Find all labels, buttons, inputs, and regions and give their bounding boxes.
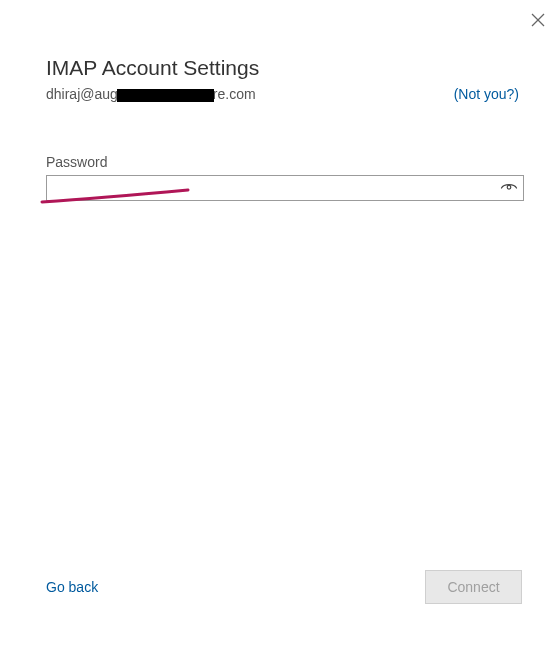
account-email: dhiraj@augre.com [46,86,256,102]
password-section: Password [46,154,519,201]
dialog-footer: Go back Connect [46,570,522,604]
email-suffix: re.com [213,86,256,102]
eye-icon [500,179,518,197]
redacted-segment [117,89,214,102]
connect-button[interactable]: Connect [425,570,522,604]
password-label: Password [46,154,519,170]
close-icon [531,13,545,27]
dialog-title: IMAP Account Settings [46,56,519,80]
svg-point-2 [507,185,511,189]
close-button[interactable] [528,10,548,30]
not-you-link[interactable]: (Not you?) [454,86,519,102]
password-input[interactable] [46,175,524,201]
email-row: dhiraj@augre.com (Not you?) [46,86,519,102]
password-input-wrap [46,175,524,201]
reveal-password-button[interactable] [498,177,520,199]
dialog-content: IMAP Account Settings dhiraj@augre.com (… [0,0,560,201]
email-prefix: dhiraj@aug [46,86,118,102]
go-back-link[interactable]: Go back [46,579,98,595]
